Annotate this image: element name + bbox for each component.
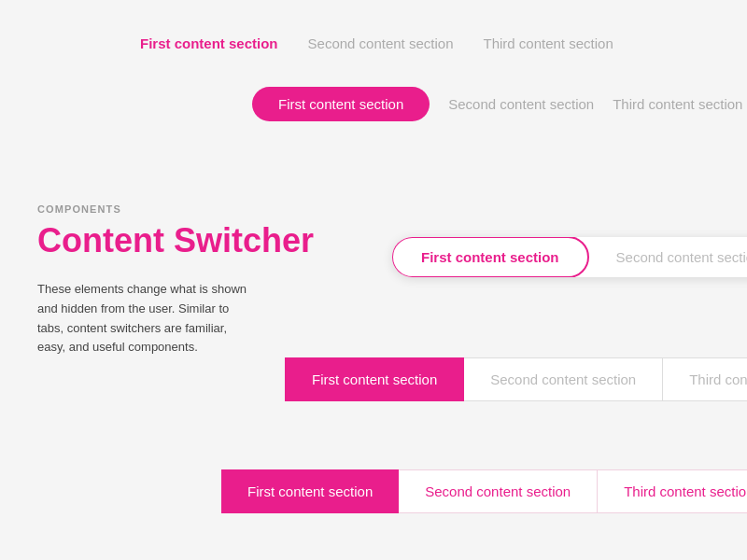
row2-tab-3[interactable]: Third content section xyxy=(613,96,742,112)
row5-tab-2[interactable]: Second content section xyxy=(399,469,598,513)
row4-tab-2[interactable]: Second content section xyxy=(464,357,663,401)
row3-tab-2[interactable]: Second content section xyxy=(588,237,747,277)
section-title: Content Switcher xyxy=(37,222,314,259)
row-3-switcher: First content section Second content sec… xyxy=(392,237,747,277)
row-1-switcher: First content section Second content sec… xyxy=(0,0,747,87)
section-description: These elements change what is shown and … xyxy=(37,280,252,357)
row1-tab-1[interactable]: First content section xyxy=(140,35,278,51)
row-4-switcher: First content section Second content sec… xyxy=(285,357,747,401)
row2-tab-2[interactable]: Second content section xyxy=(448,96,594,112)
row5-tab-1[interactable]: First content section xyxy=(221,469,399,513)
row5-tab-3[interactable]: Third content section xyxy=(598,469,747,513)
row1-tab-2[interactable]: Second content section xyxy=(308,35,454,51)
section-label: COMPONENTS xyxy=(37,203,121,215)
row2-tab-1[interactable]: First content section xyxy=(252,87,430,121)
row3-tab-1[interactable]: First content section xyxy=(392,237,589,277)
row4-tab-1[interactable]: First content section xyxy=(285,357,464,401)
row1-tab-3[interactable]: Third content section xyxy=(483,35,613,51)
row4-tab-3[interactable]: Third content section xyxy=(663,357,747,401)
row-5-switcher: First content section Second content sec… xyxy=(221,469,747,513)
row-2-switcher: First content section Second content sec… xyxy=(0,87,747,121)
